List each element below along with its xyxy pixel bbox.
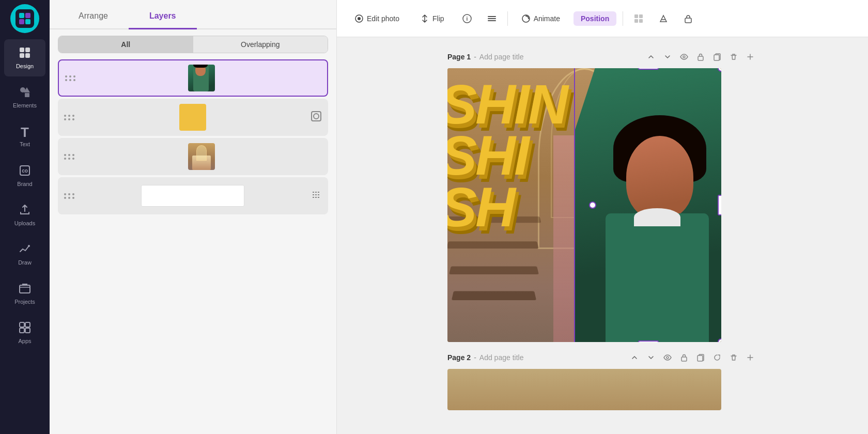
uploads-icon [19,204,31,218]
svg-rect-15 [20,322,24,327]
color-replace-button[interactable] [654,9,673,28]
svg-rect-18 [25,328,30,333]
layers-panel: Arrange Layers All Overlapping [50,0,337,434]
page1-copy-btn[interactable] [710,50,724,64]
page1-chevron-down[interactable] [660,50,675,64]
svg-rect-14 [20,285,30,293]
eye-icon [680,53,688,61]
person-collar [634,208,680,226]
layer-thumb-church [188,143,215,170]
color-replace-icon [658,13,669,24]
sidebar-item-brand[interactable]: co Brand [4,157,45,194]
svg-point-44 [667,357,669,359]
flip-button[interactable]: Flip [413,11,452,26]
toolbar-divider-1 [507,11,508,26]
selection-handle-left-mid[interactable] [589,202,596,209]
layer-item-white-rect[interactable] [58,177,328,214]
canvas-frame-1[interactable]: SHIN SHI SH [447,68,721,342]
app-logo[interactable] [10,4,39,33]
page2-add-btn[interactable] [743,350,757,365]
page1-title[interactable]: Add page title [479,53,524,61]
page1-lock-btn[interactable] [693,50,708,64]
page2-delete-btn[interactable] [726,350,741,365]
svg-rect-3 [25,19,30,24]
rotate-page-icon [713,353,721,362]
selection-handle-top-mid[interactable] [638,68,659,70]
page2-chevron-up[interactable] [627,350,642,365]
drag-handle-3[interactable] [64,154,75,160]
svg-rect-33 [639,14,643,18]
chevron-up-icon [647,53,655,60]
page2-separator: - [474,353,476,362]
delete-page-icon [730,53,738,61]
editor-area: Edit photo Flip i [337,0,868,434]
svg-rect-34 [634,19,638,23]
page1-hide-btn[interactable] [677,50,691,64]
svg-point-25 [358,17,361,20]
lock-button[interactable] [679,9,698,28]
layer-item-church[interactable] [58,138,328,175]
sidebar-item-text[interactable]: T Text [4,118,45,155]
layer-thumb-church-area [81,142,322,171]
grid-button[interactable] [629,9,648,28]
mask-icon [311,111,322,125]
toolbar-divider-2 [623,11,623,26]
selection-handle-bottom-mid[interactable] [638,340,659,342]
svg-rect-32 [634,14,638,18]
sidebar-item-elements[interactable]: Elements [4,79,45,116]
sidebar-item-uploads-label: Uploads [14,220,35,226]
filter-all-button[interactable]: All [58,36,193,53]
sidebar-item-apps-label: Apps [18,338,31,344]
page1-add-btn[interactable] [743,50,757,64]
svg-text:co: co [22,168,28,174]
page2-title[interactable]: Add page title [479,353,524,362]
drag-handle-4[interactable] [64,193,75,199]
svg-rect-39 [714,55,719,60]
tab-layers[interactable]: Layers [129,4,197,29]
layer-thumb-yellow [179,104,206,131]
page2-lock-btn[interactable] [677,350,691,365]
sidebar-item-design[interactable]: Design [4,39,45,76]
page2-rotate-btn[interactable] [710,350,724,365]
filter-buttons: All Overlapping [58,36,328,53]
drag-handle-1[interactable] [65,75,76,81]
projects-icon [19,282,31,297]
page1-chevron-up[interactable] [644,50,658,64]
pattern-icon [311,189,322,203]
elements-icon [19,86,31,100]
brand-icon: co [19,164,31,179]
page1-delete-btn[interactable] [726,50,741,64]
edit-photo-button[interactable]: Edit photo [347,11,407,26]
layer-item-yellow-rect[interactable] [58,99,328,136]
eye-icon-2 [663,353,672,362]
sidebar-item-projects[interactable]: Projects [4,275,45,312]
svg-rect-19 [312,112,321,121]
animate-button[interactable]: Animate [514,11,567,26]
canvas-frame-2[interactable] [447,369,721,410]
sidebar-item-apps[interactable]: Apps [4,314,45,351]
page-lock-icon [696,53,705,61]
sidebar-item-draw[interactable]: Draw [4,236,45,273]
page2-hide-btn[interactable] [660,350,675,365]
person-torso [606,213,709,342]
svg-point-20 [314,114,319,119]
filter-overlapping-button[interactable]: Overlapping [193,36,328,53]
position-button[interactable]: Position [574,11,616,26]
sidebar-item-uploads[interactable]: Uploads [4,196,45,234]
page1-label: Page 1 [447,53,471,61]
selection-handle-right[interactable] [718,195,721,215]
drag-handle-2[interactable] [64,115,75,120]
svg-rect-16 [25,322,30,327]
page2-copy-btn[interactable] [693,350,708,365]
layer-thumb-yellow-area [81,103,304,132]
page2-label: Page 2 [447,353,471,362]
info-button[interactable]: i [458,9,476,28]
tab-arrange[interactable]: Arrange [58,4,129,29]
logo-inner [16,9,34,28]
layer-item-person[interactable] [58,59,328,97]
menu-button[interactable] [483,9,501,28]
grid-icon [633,13,644,24]
svg-rect-0 [19,13,24,18]
svg-rect-38 [698,56,703,60]
page2-chevron-down[interactable] [644,350,658,365]
